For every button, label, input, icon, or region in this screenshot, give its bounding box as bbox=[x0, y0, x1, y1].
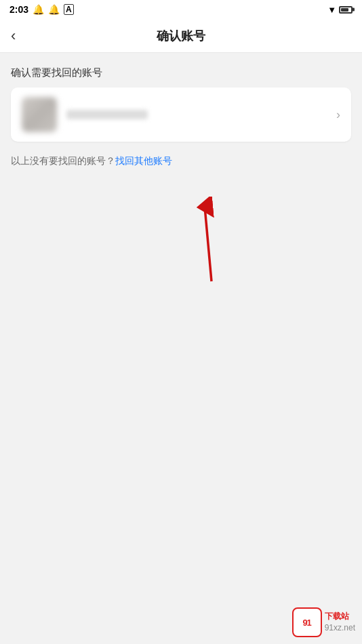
account-info bbox=[22, 97, 336, 132]
watermark: 91 下载站 91xz.net bbox=[292, 607, 355, 637]
find-other-prefix: 以上没有要找回的账号？ bbox=[11, 155, 115, 166]
status-left: 2:03 🔔 🔔 A bbox=[9, 4, 74, 15]
battery-icon bbox=[339, 6, 353, 14]
status-right: ▼ bbox=[327, 5, 353, 15]
page-title: 确认账号 bbox=[157, 28, 205, 44]
watermark-text: 下载站 91xz.net bbox=[325, 611, 355, 634]
wifi-icon: ▼ bbox=[327, 5, 336, 15]
account-card[interactable]: › bbox=[11, 87, 351, 142]
nav-bar: ‹ 确认账号 bbox=[0, 19, 362, 53]
notification-bell-icon: 🔔 bbox=[33, 4, 44, 15]
notification-bell2-icon: 🔔 bbox=[48, 4, 60, 15]
watermark-logo: 91 bbox=[292, 607, 322, 637]
find-other-link[interactable]: 找回其他账号 bbox=[115, 155, 172, 166]
status-bar: 2:03 🔔 🔔 A ▼ bbox=[0, 0, 362, 19]
account-name-blurred bbox=[66, 110, 148, 119]
find-other-row: 以上没有要找回的账号？找回其他账号 bbox=[11, 155, 351, 167]
section-label: 确认需要找回的账号 bbox=[11, 66, 351, 79]
annotation-arrow bbox=[190, 197, 230, 285]
svg-line-1 bbox=[205, 207, 212, 281]
avatar bbox=[22, 97, 57, 132]
chevron-right-icon: › bbox=[336, 108, 340, 122]
back-button[interactable]: ‹ bbox=[11, 27, 16, 45]
square-icon: A bbox=[64, 4, 74, 15]
status-time: 2:03 bbox=[9, 4, 28, 15]
page-content: 确认需要找回的账号 › 以上没有要找回的账号？找回其他账号 bbox=[0, 53, 362, 181]
